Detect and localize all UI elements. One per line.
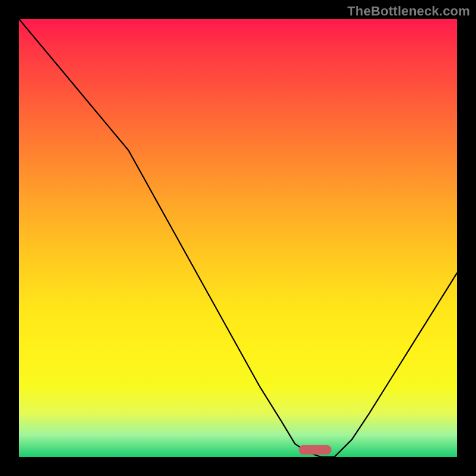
chart-frame — [19, 19, 457, 457]
bottleneck-curve — [19, 19, 457, 457]
watermark-text: TheBottleneck.com — [347, 4, 470, 19]
optimal-range-marker — [299, 445, 331, 455]
